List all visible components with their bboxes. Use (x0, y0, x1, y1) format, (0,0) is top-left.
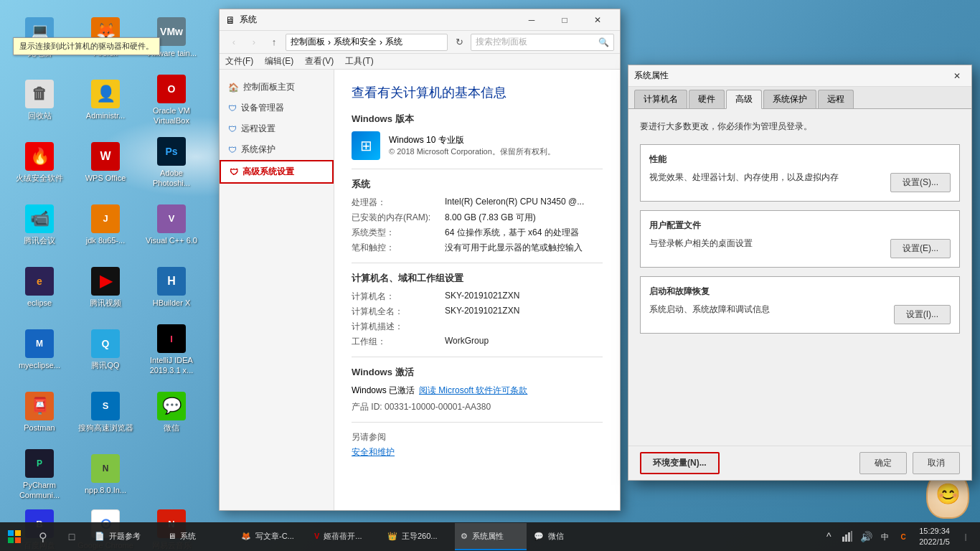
info-row-workgroup: 工作组： WorkGroup (352, 336, 603, 348)
desktop-icon-recycle[interactable]: 🗑 回收站 (7, 70, 72, 131)
address-bar[interactable]: 控制面板 › 系统和安全 › 系统 (286, 34, 448, 51)
address-part-1: 控制面板 (291, 36, 325, 48)
tray-lang[interactable]: 中 (876, 528, 893, 545)
tab-hardware[interactable]: 硬件 (689, 90, 725, 108)
user-profile-settings-button[interactable]: 设置(E)... (890, 239, 951, 258)
tab-remote[interactable]: 远程 (818, 90, 854, 108)
desktop-icon-admin[interactable]: 👤 Administr... (73, 70, 138, 131)
search-box[interactable]: 搜索控制面板 🔍 (471, 34, 614, 51)
menu-edit[interactable]: 编辑(E) (265, 55, 293, 67)
menu-view[interactable]: 查看(V) (305, 55, 334, 67)
taskbar-search-button[interactable]: ⚲ (29, 522, 57, 551)
desktop-icon-pycharm[interactable]: P PyCharm Communi... (7, 444, 72, 505)
hbuilder-label: HBuilder X (153, 298, 191, 308)
wechat-taskbar-label: 微信 (548, 531, 564, 542)
desktop-icon-video[interactable]: ▶ 腾讯视频 (73, 257, 138, 318)
env-variables-button[interactable]: 环境变量(N)... (640, 452, 720, 474)
performance-settings-button[interactable]: 设置(S)... (890, 173, 951, 192)
desktop-icon-myeclipse[interactable]: M myeclipse... (7, 319, 72, 380)
tray-chevron[interactable]: ^ (820, 528, 837, 545)
security-link[interactable]: 安全和维护 (352, 446, 603, 458)
sidebar-item-devices[interactable]: 🛡 设备管理器 (220, 98, 334, 118)
user-profile-btn-container: 设置(E)... (890, 239, 951, 258)
tab-system-protection[interactable]: 系统保护 (763, 90, 816, 108)
tray-volume[interactable]: 🔊 (857, 528, 875, 545)
user-profile-section: 用户配置文件 与登录帐户相关的桌面设置 设置(E)... (640, 210, 960, 268)
maximize-button[interactable]: □ (548, 9, 581, 31)
desktop-icon-fire[interactable]: 🔥 火绒安全软件 (7, 132, 72, 193)
performance-btn-container: 设置(S)... (890, 173, 951, 192)
sysprops-icon: ⚙ (461, 532, 468, 541)
info-row-ram: 已安装的内存(RAM): 8.00 GB (7.83 GB 可用) (352, 212, 603, 224)
startup-settings-button[interactable]: 设置(I)... (894, 305, 951, 324)
system-clock[interactable]: 15:29:34 2022/1/5 (913, 526, 956, 548)
desktop-icon-oracle[interactable]: O Oracle VM VirtualBox (139, 70, 204, 131)
desktop-icon-idea[interactable]: I IntelliJ IDEA 2019.3.1 x... (139, 319, 204, 380)
pen-label: 笔和触控： (352, 242, 445, 254)
taskbar-cortana-button[interactable]: □ (57, 522, 86, 551)
start-button[interactable] (0, 522, 29, 551)
menu-file[interactable]: 文件(F) (225, 55, 253, 67)
desktop-icon-qq[interactable]: Q 腾讯QQ (73, 319, 138, 380)
taskbar-item-wechat[interactable]: 💬 微信 (528, 523, 600, 550)
pen-value: 没有可用于此显示器的笔或触控输入 (445, 242, 583, 254)
taskbar-item-wang[interactable]: 👑 王导260... (382, 523, 453, 550)
desktop-icon-vc[interactable]: V Visual C++ 6.0 (139, 194, 204, 255)
desktop-icon-wechat[interactable]: 💬 微信 (139, 382, 204, 443)
license-link[interactable]: 阅读 Microsoft 软件许可条款 (419, 385, 527, 397)
myeclipse-label: myeclipse... (19, 361, 60, 370)
desktop-icons: 💻 此电脑 🦊 Firefox VMw VMware tain... 🗑 回收站… (0, 0, 215, 517)
ok-button[interactable]: 确定 (859, 452, 907, 474)
ji-label: 姬蓓蓓开... (324, 531, 362, 542)
tab-computer-name[interactable]: 计算机名 (634, 90, 687, 108)
taskbar-item-ji[interactable]: V 姬蓓蓓开... (308, 523, 380, 550)
cancel-button[interactable]: 取消 (913, 452, 960, 474)
wps-icon: W (91, 142, 120, 171)
tray-csdn[interactable]: C (895, 528, 912, 545)
cpu-label: 处理器： (352, 197, 445, 209)
sidebar-item-remote[interactable]: 🛡 远程设置 (220, 118, 334, 139)
desktop-icon-tencent[interactable]: 📹 腾讯会议 (7, 194, 72, 255)
desktop-icon-postman[interactable]: 📮 Postman (7, 382, 72, 443)
write-label: 写文章-C... (255, 531, 294, 542)
wang-icon: 👑 (387, 532, 397, 541)
dialog-close-button[interactable]: ✕ (948, 67, 966, 85)
minimize-button[interactable]: ─ (515, 9, 548, 31)
desktop-icon-eclipse[interactable]: e eclipse (7, 257, 72, 318)
main-panel: 查看有关计算机的基本信息 Windows 版本 ⊞ Windows 10 专业版… (334, 70, 620, 510)
taskbar-item-sysprops[interactable]: ⚙ 系统属性 (455, 523, 527, 550)
info-row-type: 系统类型： 64 位操作系统，基于 x64 的处理器 (352, 227, 603, 239)
taskbar-item-reference[interactable]: 📄 开题参考 (89, 523, 161, 550)
taskbar-item-write[interactable]: 🦊 写文章-C... (235, 523, 307, 550)
workgroup-value: WorkGroup (445, 336, 489, 348)
desktop-icon-hbuilder[interactable]: H HBuilder X (139, 257, 204, 318)
up-button[interactable]: ↑ (265, 34, 283, 51)
sidebar-item-advanced[interactable]: 🛡 高级系统设置 (220, 160, 334, 184)
tab-advanced[interactable]: 高级 (726, 90, 762, 109)
myeclipse-icon: M (25, 329, 54, 358)
window-title-icon: 🖥 (225, 14, 235, 26)
sidebar-item-home[interactable]: 🏠 控制面板主页 (220, 77, 334, 98)
info-row-compname: 计算机名： SKY-20191021ZXN (352, 291, 603, 303)
system-section-title: 系统 (352, 178, 603, 191)
desktop-icon-ps[interactable]: Ps Adobe Photoshi... (139, 132, 204, 193)
tray-network[interactable] (839, 528, 856, 545)
qq-icon: Q (91, 329, 120, 358)
desktop-icon-wps[interactable]: W WPS Office (73, 132, 138, 193)
startup-recovery-section: 启动和故障恢复 系统启动、系统故障和调试信息 设置(I)... (640, 276, 960, 334)
forward-button[interactable]: › (245, 34, 263, 51)
activation-title: Windows 激活 (352, 366, 603, 379)
cortana-icon: □ (69, 531, 75, 542)
desktop-icon-npp[interactable]: N npp.8.0.In... (73, 444, 138, 505)
address-sep-2: › (380, 37, 382, 47)
taskbar-item-system[interactable]: 🖥 系统 (162, 523, 234, 550)
sidebar-item-protect[interactable]: 🛡 系统保护 (220, 139, 334, 160)
back-button[interactable]: ‹ (225, 34, 242, 51)
menu-tools[interactable]: 工具(T) (345, 55, 373, 67)
desktop-icon-jdk[interactable]: J jdk 8u65-... (73, 194, 138, 255)
show-desktop-button[interactable]: | (957, 528, 974, 545)
refresh-button[interactable]: ↻ (451, 34, 468, 51)
desktop-icon-sogou[interactable]: S 搜狗高速浏览器 (73, 382, 138, 443)
divider-2 (352, 263, 603, 263)
close-button[interactable]: ✕ (581, 9, 614, 31)
